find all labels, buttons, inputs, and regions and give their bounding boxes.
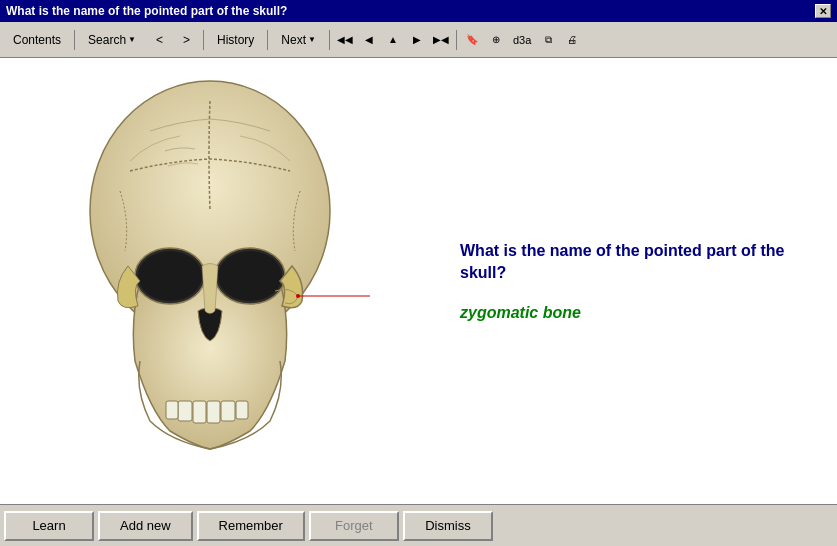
svg-rect-9	[166, 401, 178, 419]
toolbar: Contents Search ▼ < > History Next ▼ ◀◀ …	[0, 22, 837, 58]
forward-button[interactable]: >	[174, 28, 199, 52]
separator-4	[329, 30, 330, 50]
forget-button[interactable]: Forget	[309, 511, 399, 541]
nav-first-button[interactable]: ◀◀	[334, 29, 356, 51]
svg-point-2	[138, 251, 202, 301]
next-button[interactable]: Next ▼	[272, 28, 325, 52]
svg-rect-8	[221, 401, 235, 421]
nav-last-button[interactable]: ▶◀	[430, 29, 452, 51]
search-button[interactable]: Search ▼	[79, 28, 145, 52]
answer-text: zygomatic bone	[460, 304, 797, 322]
text-label: d3a	[509, 34, 535, 46]
skull-area	[0, 58, 420, 504]
icon-settings[interactable]: ⊕	[485, 29, 507, 51]
svg-point-12	[296, 294, 300, 298]
question-text: What is the name of the pointed part of …	[460, 240, 797, 285]
nav-up-button[interactable]: ▲	[382, 29, 404, 51]
svg-rect-6	[193, 401, 206, 423]
next-label: Next	[281, 33, 306, 47]
separator-5	[456, 30, 457, 50]
svg-rect-5	[178, 401, 192, 421]
nav-prev-button[interactable]: ◀	[358, 29, 380, 51]
svg-rect-10	[236, 401, 248, 419]
back-button[interactable]: <	[147, 28, 172, 52]
remember-button[interactable]: Remember	[197, 511, 305, 541]
right-content: What is the name of the pointed part of …	[420, 58, 837, 504]
search-dropdown-arrow: ▼	[128, 35, 136, 44]
window-title: What is the name of the pointed part of …	[6, 4, 287, 18]
separator-3	[267, 30, 268, 50]
contents-button[interactable]: Contents	[4, 28, 70, 52]
svg-rect-7	[207, 401, 220, 423]
separator-2	[203, 30, 204, 50]
add-new-button[interactable]: Add new	[98, 511, 193, 541]
icon-bookmark[interactable]: 🔖	[461, 29, 483, 51]
search-label: Search	[88, 33, 126, 47]
icon-copy[interactable]: ⧉	[537, 29, 559, 51]
separator-1	[74, 30, 75, 50]
main-content: What is the name of the pointed part of …	[0, 58, 837, 504]
title-bar: What is the name of the pointed part of …	[0, 0, 837, 22]
history-button[interactable]: History	[208, 28, 263, 52]
nav-next-button[interactable]: ▶	[406, 29, 428, 51]
learn-button[interactable]: Learn	[4, 511, 94, 541]
next-dropdown-arrow: ▼	[308, 35, 316, 44]
icon-print[interactable]: 🖨	[561, 29, 583, 51]
dismiss-button[interactable]: Dismiss	[403, 511, 493, 541]
skull-illustration	[50, 71, 370, 491]
svg-point-4	[218, 251, 282, 301]
bottom-toolbar: Learn Add new Remember Forget Dismiss	[0, 504, 837, 546]
close-button[interactable]: ✕	[815, 4, 831, 18]
